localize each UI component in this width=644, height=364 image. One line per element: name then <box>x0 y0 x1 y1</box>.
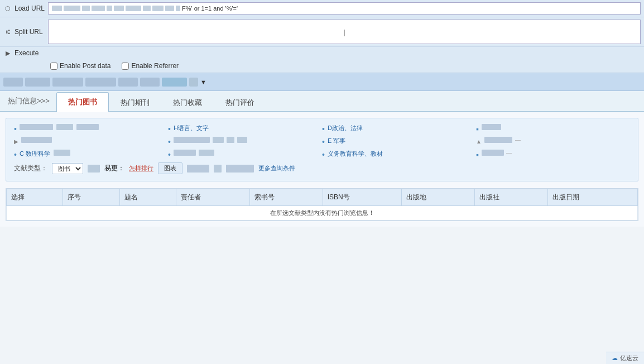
cat-links-10 <box>174 150 214 156</box>
chart-btn[interactable]: 图表 <box>158 162 182 174</box>
cat-links-9: C 数理科学 <box>20 150 70 158</box>
filter-row: 文献类型： 图书 易更： 怎样排行 图表 更多查询条件 <box>14 159 630 175</box>
doc-type-select[interactable]: 图书 <box>52 163 83 174</box>
col-publisher: 出版社 <box>474 189 547 206</box>
col-isbn: ISBN号 <box>323 189 401 206</box>
split-url-icon: ⑆ <box>3 27 12 36</box>
bullet-icon-12: ▪ <box>476 150 479 159</box>
browse-box: • • H语言、文字 • D政治、法律 ▪ <box>6 118 638 181</box>
content-area: • • H语言、文字 • D政治、法律 ▪ <box>0 112 644 227</box>
load-url-row: ⬡ Load URL F%' or 1=1 and '%'=' <box>0 0 644 17</box>
tabs-section: 热门信息>>> 热门图书 热门期刊 热门收藏 热门评价 <box>0 91 644 112</box>
cat-links-4 <box>482 124 501 130</box>
cat-item-4: ▪ <box>476 124 630 133</box>
bullet-icon-10: • <box>168 150 171 159</box>
cat-links-11: 义务教育科学、教材 <box>328 150 383 158</box>
table-header-row: 选择 序号 题名 责任者 索书号 ISBN号 出版地 出版社 出版日期 <box>7 189 638 206</box>
tab-hot-favorites[interactable]: 热门收藏 <box>161 93 214 112</box>
nav-bar: ▼ <box>0 73 644 91</box>
cat-link-h[interactable]: H语言、文字 <box>174 124 209 132</box>
cat-link-e[interactable]: E 军事 <box>328 137 345 145</box>
execute-label: ▶ Execute <box>3 49 48 58</box>
cat-item-10: • <box>168 150 322 159</box>
more-query-link[interactable]: 更多查询条件 <box>258 164 295 173</box>
enable-post-data-checkbox[interactable]: Enable Post data <box>50 62 110 70</box>
filter-btn1-label: 易更： <box>104 164 124 173</box>
no-data-message: 在所选文献类型内没有热门浏览信息！ <box>7 206 638 221</box>
col-pub-place: 出版地 <box>401 189 474 206</box>
enable-referrer-checkbox[interactable]: Enable Referrer <box>122 62 179 70</box>
cursor-indicator: | <box>343 28 345 36</box>
col-pub-date: 出版日期 <box>548 189 638 206</box>
bullet-icon-11: • <box>322 150 325 159</box>
cat-item-12: ▪ — <box>476 150 630 159</box>
tab-hot-reviews[interactable]: 热门评价 <box>214 93 266 112</box>
results-table: 选择 序号 题名 责任者 索书号 ISBN号 出版地 出版社 出版日期 在所选文… <box>6 189 638 221</box>
bullet-icon-3: • <box>322 124 325 133</box>
cat-links-3: D政治、法律 <box>328 124 363 132</box>
options-row: Enable Post data Enable Referrer <box>0 59 644 73</box>
cat-item-9: • C 数理科学 <box>14 150 168 159</box>
load-url-icon: ⬡ <box>3 4 12 13</box>
cat-links-5 <box>21 137 52 143</box>
ranking-link[interactable]: 怎样排行 <box>129 164 153 173</box>
execute-icon: ▶ <box>3 49 12 58</box>
bottom-bar: ☁ 亿速云 <box>606 352 644 364</box>
col-seq: 序号 <box>63 189 119 206</box>
bullet-icon-6: • <box>168 137 171 146</box>
url-section: ⬡ Load URL F%' or 1=1 and '%'=' <box>0 0 644 73</box>
cat-links-7: E 军事 <box>328 137 345 145</box>
tab-hot-books[interactable]: 热门图书 <box>56 92 109 112</box>
cat-links-1 <box>20 124 99 130</box>
col-select: 选择 <box>7 189 63 206</box>
url-content: F%' or 1=1 and '%'=' <box>52 5 238 12</box>
execute-row: ▶ Execute <box>0 47 644 59</box>
bullet-icon-2: • <box>168 124 171 133</box>
cat-link-c[interactable]: C 数理科学 <box>20 150 50 158</box>
cat-links-8: — <box>484 137 522 143</box>
tri-icon-5: ▶ <box>14 138 18 145</box>
post-data-check[interactable] <box>50 63 57 70</box>
nav-dropdown-arrow[interactable]: ▼ <box>200 79 206 85</box>
tabs-section-label: 热门信息>>> <box>6 92 56 111</box>
referrer-check[interactable] <box>122 63 129 70</box>
cat-item-7: • E 军事 <box>322 137 476 146</box>
cat-link-edu-sci[interactable]: 义务教育科学、教材 <box>328 150 383 158</box>
col-title: 题名 <box>119 189 176 206</box>
cat-item-2: • H语言、文字 <box>168 124 322 133</box>
bullet-icon-1: • <box>14 124 17 133</box>
cat-item-8: ▲ — <box>476 137 630 146</box>
split-url-input[interactable]: | <box>48 20 641 44</box>
cat-item-3: • D政治、法律 <box>322 124 476 133</box>
category-grid: • • H语言、文字 • D政治、法律 ▪ <box>14 124 630 159</box>
tab-hot-journals[interactable]: 热门期刊 <box>109 93 161 112</box>
cat-link-d[interactable]: D政治、法律 <box>328 124 363 132</box>
cat-item-11: • 义务教育科学、教材 <box>322 150 476 159</box>
filter-doc-type-label: 文献类型： <box>14 164 47 173</box>
no-data-row: 在所选文献类型内没有热门浏览信息！ <box>7 206 638 221</box>
bullet-icon-7: • <box>322 137 325 146</box>
cat-links-2: H语言、文字 <box>174 124 209 132</box>
brand-name: 亿速云 <box>620 354 638 362</box>
split-url-label: ⑆ Split URL <box>3 27 48 36</box>
cat-links-12: — <box>482 150 512 156</box>
col-call-num: 索书号 <box>249 189 323 206</box>
split-url-row: ⑆ Split URL | <box>0 17 644 47</box>
cat-item-1: • <box>14 124 168 133</box>
bullet-icon-9: • <box>14 150 17 159</box>
tri-icon-8: ▲ <box>476 138 482 145</box>
load-url-label: ⬡ Load URL <box>3 4 48 13</box>
table-section: 选择 序号 题名 责任者 索书号 ISBN号 出版地 出版社 出版日期 在所选文… <box>6 188 638 221</box>
brand-icon: ☁ <box>612 355 618 362</box>
col-author: 责任者 <box>176 189 249 206</box>
cat-links-6 <box>174 137 247 143</box>
cat-item-6: • <box>168 137 322 146</box>
url-input[interactable]: F%' or 1=1 and '%'=' <box>48 2 641 15</box>
cat-item-5: ▶ <box>14 137 168 146</box>
bullet-icon-4: ▪ <box>476 124 479 133</box>
